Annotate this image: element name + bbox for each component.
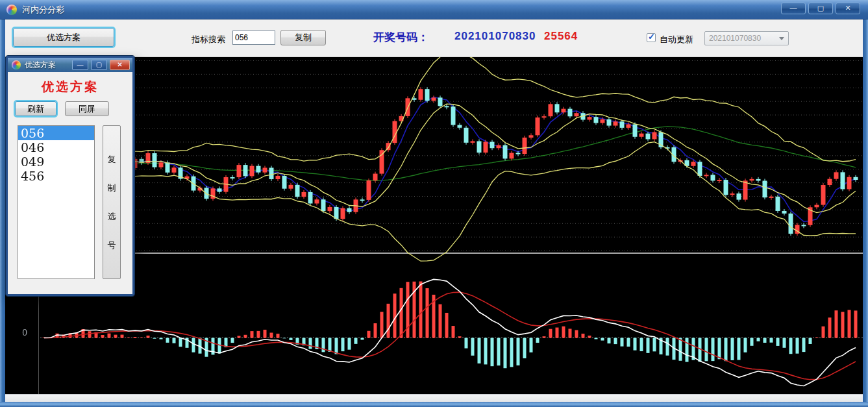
list-item[interactable]: 456 [18,169,94,183]
plan-close-button[interactable]: ✕ [110,60,130,70]
copy-pick-char: 号 [108,240,116,251]
copy-pick-char: 制 [108,182,116,194]
copy-pick-button[interactable]: 复 制 选 号 [103,125,121,279]
window-controls: — ▢ ✕ [781,3,860,14]
draw-number-label: 开奖号码： [373,30,428,45]
period-dropdown-value: 202101070830 [709,34,779,43]
refresh-button[interactable]: 刷新 [15,101,56,116]
minimize-button[interactable]: — [781,3,806,14]
plan-dialog-title: 优选方案 [25,60,72,71]
plan-minimize-button[interactable]: — [72,60,88,70]
plan-button[interactable]: 优选方案 [13,28,114,47]
period-dropdown[interactable]: 202101070830 [704,31,789,45]
window-frame-right [863,19,868,402]
plan-listbox: 056 046 049 456 [18,125,95,279]
list-item[interactable]: 046 [18,140,94,154]
maximize-button[interactable]: ▢ [808,3,833,14]
draw-period-value: 202101070830 [454,30,536,43]
list-item[interactable]: 049 [18,154,94,169]
window-title: 河内分分彩 [22,4,64,16]
macd-zero-axis-label: 0 [22,328,27,338]
app-icon [6,5,17,15]
app-window: 河内分分彩 — ▢ ✕ 优选方案 指标搜索 复制 开奖号码： 202101070… [0,0,868,407]
copy-pick-char: 选 [108,211,116,223]
draw-result-value: 25564 [544,30,578,43]
same-screen-button[interactable]: 同屏 [65,101,109,116]
auto-update-label: 自动更新 [660,34,693,45]
plan-dialog-titlebar: 优选方案 — ▢ ✕ [8,58,132,72]
plan-dialog-controls: — ▢ ✕ [72,60,130,70]
close-button[interactable]: ✕ [836,3,860,14]
copy-pick-char: 复 [108,154,116,166]
auto-update-checkbox[interactable] [647,33,656,42]
window-frame-left [0,19,5,402]
plan-heading: 优选方案 [8,79,132,95]
indicator-search-label: 指标搜索 [192,34,225,45]
chevron-down-icon [779,37,784,40]
window-frame-bottom [0,402,868,407]
plan-maximize-button[interactable]: ▢ [91,60,107,70]
titlebar: 河内分分彩 — ▢ ✕ [0,0,868,19]
copy-button[interactable]: 复制 [280,30,326,45]
plan-dialog-icon [12,60,21,69]
status-bar[interactable] [5,394,863,402]
indicator-search-input[interactable] [232,31,275,45]
list-item[interactable]: 056 [18,126,94,140]
toolbar: 优选方案 指标搜索 复制 开奖号码： 202101070830 25564 自动… [5,19,863,57]
plan-dialog: 优选方案 — ▢ ✕ 优选方案 刷新 同屏 056 046 049 456 复 … [6,56,134,296]
